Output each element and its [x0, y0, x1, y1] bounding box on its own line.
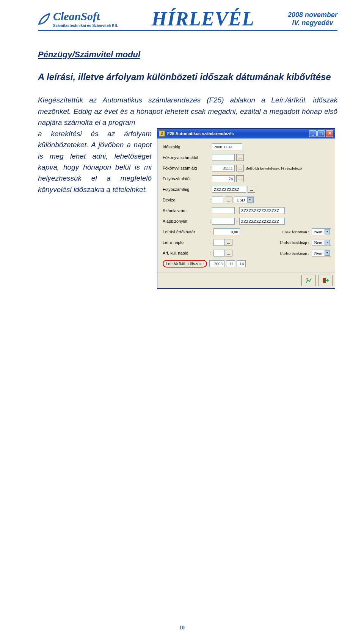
input-idoszak-day[interactable]: 14 — [237, 260, 246, 267]
dialog-title: F25 Automatikus számlarendezés — [167, 131, 309, 136]
input-deviza-code[interactable] — [212, 197, 223, 203]
issue-quarter: IV. negyedév — [288, 19, 337, 27]
module-heading: Pénzügy/Számvitel modul — [38, 50, 337, 60]
chevron-down-icon: ▾ — [325, 250, 330, 256]
chevron-down-icon: ▾ — [247, 197, 253, 203]
dash-sep: - — [236, 219, 238, 223]
runner-icon — [305, 277, 312, 284]
input-szamlaszam-from[interactable] — [212, 207, 235, 214]
label-idoszak: Leír./árfkül. időszak : — [166, 261, 204, 266]
select-csak-forintban[interactable]: Nem▾ — [312, 228, 331, 235]
newsletter-title: HÍRLEVÉL — [152, 8, 254, 30]
svg-rect-1 — [323, 278, 326, 283]
input-szamlaszam-to[interactable]: ZZZZZZZZZZZZZZZ — [239, 207, 285, 214]
input-alapbiz-from[interactable] — [212, 218, 235, 225]
input-leiro-naplo[interactable] — [213, 239, 225, 246]
highlighted-field: Leír./árfkül. időszak : — [163, 260, 207, 267]
input-idoszak-year[interactable]: 2008 — [209, 260, 224, 267]
input-arfkul-naplo[interactable] — [213, 250, 225, 256]
input-alapbiz-to[interactable]: ZZZZZZZZZZZZZZZ — [239, 218, 285, 225]
label-fokonyvi-ig: Főkönyvi számláig — [163, 166, 208, 170]
newsletter-header: CleanSoft Számítástechnikai és Számvitel… — [38, 8, 337, 31]
select-utolso-bank-1[interactable]: Nem▾ — [312, 239, 331, 246]
lead-text-2: ablakon a — [224, 96, 271, 104]
dash-sep: - — [236, 208, 238, 213]
leaf-icon — [38, 13, 51, 25]
minimize-button[interactable]: _ — [309, 130, 317, 137]
label-leiro-naplo: Leíró napló — [163, 240, 208, 245]
label-utolso-bank-1: Utolsó bankinap : — [279, 240, 309, 245]
dialog-titlebar[interactable]: B F25 Automatikus számlarendezés _ □ ✕ — [157, 129, 335, 138]
lookup-button[interactable]: ... — [236, 165, 244, 171]
brand-logo: CleanSoft Számítástechnikai és Számvitel… — [38, 10, 118, 28]
door-exit-icon — [322, 277, 329, 284]
label-fokonyvi-tol: Főkönyvi számlától — [163, 155, 208, 160]
lead-em-2: Leír./árfkül. időszak — [271, 96, 337, 104]
label-ertekhatar: Leírási értékhatár — [163, 230, 208, 234]
select-utolso-bank-2[interactable]: Nem▾ — [312, 250, 331, 256]
input-idoszakig[interactable]: 2008.11.14 — [212, 143, 242, 150]
brand-subtitle: Számítástechnikai és Számviteli Kft. — [53, 24, 118, 28]
chevron-down-icon: ▾ — [325, 240, 330, 245]
input-ertekhatar[interactable]: 0,00 — [213, 228, 240, 235]
lookup-button[interactable]: ... — [225, 197, 232, 203]
lookup-button[interactable]: ... — [236, 175, 244, 182]
article-heading: A leírási, illetve árfolyam különbözeti … — [38, 71, 337, 83]
article-lead: Kiegészítettük az Automatikus számlarend… — [38, 94, 337, 128]
input-folyo-tol[interactable]: 74 — [212, 175, 235, 182]
chevron-down-icon: ▾ — [325, 229, 330, 234]
note-fokonyvi-ig: Belföldi követelések Ft részletező — [245, 166, 302, 170]
label-deviza: Deviza — [163, 198, 208, 202]
label-csak-forintban: Csak forintban : — [282, 230, 309, 234]
run-button[interactable] — [301, 275, 316, 286]
lookup-button[interactable]: ... — [225, 239, 232, 246]
dialog-window: B F25 Automatikus számlarendezés _ □ ✕ I… — [157, 128, 335, 289]
label-folyo-tol: Folyószámlától — [163, 176, 208, 181]
lookup-button[interactable]: ... — [225, 250, 232, 256]
label-utolso-bank-2: Utolsó bankinap : — [279, 251, 309, 255]
input-idoszak-month[interactable]: 11 — [226, 260, 235, 267]
label-idoszakig: Időszakig — [163, 145, 208, 149]
close-button[interactable]: ✕ — [326, 130, 333, 137]
select-deviza[interactable]: USD▾ — [234, 197, 254, 203]
brand-name: CleanSoft — [53, 10, 118, 23]
lookup-button[interactable]: ... — [236, 154, 244, 161]
article-body-left: a kerekítési és az árfolyam különbözetek… — [38, 128, 152, 195]
lead-text-1: Kiegészítettük az — [38, 96, 102, 104]
app-icon: B — [159, 131, 165, 137]
label-alapbizonylat: Alapbizonylat — [163, 219, 208, 223]
exit-button[interactable] — [318, 275, 333, 286]
issue-date: 2008 november IV. negyedév — [288, 11, 337, 27]
label-arfkul-naplo: Árf. kül. napló — [163, 251, 208, 255]
svg-point-0 — [306, 278, 308, 280]
issue-month: 2008 november — [288, 11, 337, 19]
input-fokonyvi-ig[interactable]: 31111 — [212, 165, 235, 171]
page-number: 10 — [0, 625, 364, 631]
input-fokonyvi-tol[interactable] — [212, 154, 235, 161]
label-szamlaszam: Számlaszám — [163, 208, 208, 213]
input-folyo-ig[interactable]: ZZZZZZZZZZ — [212, 186, 246, 193]
lookup-button[interactable]: ... — [248, 186, 255, 193]
label-folyo-ig: Folyószámláig — [163, 187, 208, 192]
maximize-button[interactable]: □ — [317, 130, 325, 137]
lead-text-3: mezőnket. Eddig az évet és a hónapot leh… — [38, 107, 337, 126]
lead-em-1: Automatikus számlarendezés (F25) — [102, 96, 224, 104]
